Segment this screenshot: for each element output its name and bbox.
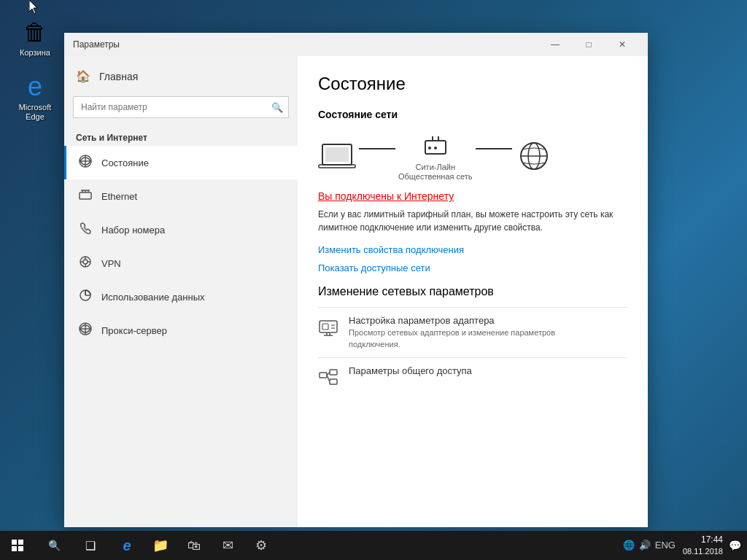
show-networks-link[interactable]: Показать доступные сети xyxy=(318,262,627,273)
home-icon: 🏠 xyxy=(76,69,90,83)
time-display: 17:44 xyxy=(683,534,723,546)
desktop: 🗑 Корзина e Microsoft Edge Параметры — □… xyxy=(0,0,747,560)
router-node: Сити-Лайн Общественная сеть xyxy=(398,131,473,182)
connected-text: Вы подключены к Интернету xyxy=(318,190,627,202)
taskbar-settings-button[interactable]: ⚙ xyxy=(245,531,277,560)
change-settings-section-title: Изменение сетевых параметров xyxy=(318,285,627,298)
svg-rect-37 xyxy=(330,370,337,375)
taskbar-notification-icon[interactable]: 💬 xyxy=(726,540,741,551)
taskbar-lang-label: ENG xyxy=(655,540,676,551)
sidebar-item-dialup[interactable]: Набор номера xyxy=(64,213,298,246)
dialup-nav-icon xyxy=(78,222,93,238)
change-connection-link[interactable]: Изменить свойства подключения xyxy=(318,244,627,255)
window-body: 🏠 Главная 🔍 Сеть и Интернет xyxy=(64,56,648,527)
dialup-nav-label: Набор номера xyxy=(101,225,165,236)
minimize-button[interactable]: — xyxy=(538,33,572,56)
sharing-icon xyxy=(318,367,338,392)
network-line-1 xyxy=(359,148,395,149)
taskbar-right: 🌐 🔊 ENG 17:44 08.11.2018 💬 xyxy=(619,534,747,556)
router-label1: Сити-Лайн Общественная сеть xyxy=(398,163,473,182)
sidebar-item-ethernet[interactable]: Ethernet xyxy=(64,179,298,213)
svg-rect-36 xyxy=(320,373,327,378)
title-bar: Параметры — □ ✕ xyxy=(64,33,648,56)
router-icon xyxy=(422,131,449,160)
svg-line-40 xyxy=(327,376,330,382)
svg-rect-42 xyxy=(18,540,23,545)
svg-rect-19 xyxy=(325,147,349,162)
ethernet-nav-label: Ethernet xyxy=(101,191,137,202)
connected-desc: Если у вас лимитный тарифный план, вы мо… xyxy=(318,208,624,234)
start-button[interactable] xyxy=(0,531,35,560)
taskbar-sys-icons: 🌐 🔊 ENG xyxy=(619,540,680,551)
sharing-settings-item[interactable]: Параметры общего доступа xyxy=(318,357,627,399)
sidebar-item-vpn[interactable]: VPN xyxy=(64,246,298,280)
datausage-nav-icon xyxy=(78,289,93,305)
svg-rect-43 xyxy=(12,546,17,551)
recycle-label: Корзина xyxy=(20,48,50,58)
sidebar-item-datausage[interactable]: Использование данных xyxy=(64,280,298,314)
close-button[interactable]: ✕ xyxy=(605,33,639,56)
adapter-title: Настройка параметров адаптера xyxy=(349,315,604,326)
taskbar-network-icon: 🌐 xyxy=(623,540,635,551)
recycle-bin-icon: 🗑 xyxy=(20,18,50,47)
search-icon: 🔍 xyxy=(271,102,283,113)
network-diagram: Сити-Лайн Общественная сеть xyxy=(318,131,627,182)
ethernet-nav-icon xyxy=(78,188,93,204)
svg-rect-38 xyxy=(330,379,337,384)
page-title: Состояние xyxy=(318,74,627,94)
taskbar-explorer-button[interactable]: 📁 xyxy=(144,531,177,560)
settings-window: Параметры — □ ✕ 🏠 Главная 🔍 Сеть и Интер… xyxy=(64,33,648,527)
taskbar: 🔍 ❑ e 📁 🛍 ✉ ⚙ 🌐 🔊 ENG 17:44 08.11.2018 💬 xyxy=(0,531,747,560)
sidebar-item-proxy[interactable]: Прокси-сервер xyxy=(64,314,298,347)
task-view-button[interactable]: ❑ xyxy=(73,531,108,560)
sidebar-home-button[interactable]: 🏠 Главная xyxy=(64,62,298,90)
edge-icon: e xyxy=(20,72,50,101)
svg-rect-44 xyxy=(18,546,23,551)
datausage-nav-label: Использование данных xyxy=(101,292,205,303)
sharing-title: Параметры общего доступа xyxy=(349,365,472,376)
globe-node xyxy=(515,141,553,171)
mouse-cursor xyxy=(29,0,38,15)
window-controls: — □ ✕ xyxy=(538,33,639,56)
globe-icon xyxy=(515,141,553,171)
proxy-nav-label: Прокси-сервер xyxy=(101,325,167,336)
svg-rect-3 xyxy=(80,192,91,199)
network-status-section-title: Состояние сети xyxy=(318,109,627,120)
sidebar: 🏠 Главная 🔍 Сеть и Интернет xyxy=(64,56,298,527)
taskbar-mail-button[interactable]: ✉ xyxy=(212,531,244,560)
svg-rect-20 xyxy=(319,165,355,168)
sidebar-section-title: Сеть и Интернет xyxy=(64,127,298,146)
svg-rect-30 xyxy=(322,324,328,330)
svg-point-24 xyxy=(428,147,431,149)
status-nav-icon xyxy=(78,155,93,171)
adapter-desc: Просмотр сетевых адаптеров и изменение п… xyxy=(349,327,604,350)
taskbar-left: 🔍 ❑ xyxy=(0,531,108,560)
svg-marker-45 xyxy=(29,0,37,14)
maximize-button[interactable]: □ xyxy=(572,33,605,56)
search-button[interactable]: 🔍 xyxy=(36,531,71,560)
adapter-icon xyxy=(318,316,338,341)
adapter-settings-item[interactable]: Настройка параметров адаптера Просмотр с… xyxy=(318,307,627,357)
network-line-2 xyxy=(476,148,512,149)
desktop-icon-edge[interactable]: e Microsoft Edge xyxy=(9,69,61,125)
svg-point-25 xyxy=(434,147,437,149)
edge-label: Microsoft Edge xyxy=(12,103,58,122)
window-title: Параметры xyxy=(73,39,538,50)
home-label: Главная xyxy=(99,71,138,82)
sidebar-item-status[interactable]: Состояние xyxy=(64,146,298,179)
taskbar-edge-button[interactable]: e xyxy=(111,531,143,560)
status-nav-label: Состояние xyxy=(101,158,149,168)
laptop-icon xyxy=(318,141,356,171)
desktop-icon-recycle[interactable]: 🗑 Корзина xyxy=(9,15,61,61)
vpn-nav-icon xyxy=(78,255,93,271)
sharing-settings-text: Параметры общего доступа xyxy=(349,365,472,378)
search-input[interactable] xyxy=(73,96,289,118)
taskbar-clock[interactable]: 17:44 08.11.2018 xyxy=(683,534,723,556)
taskbar-volume-icon: 🔊 xyxy=(639,540,651,551)
vpn-nav-label: VPN xyxy=(101,258,121,269)
search-container: 🔍 xyxy=(73,96,289,118)
laptop-node xyxy=(318,141,356,171)
proxy-nav-icon xyxy=(78,322,93,338)
taskbar-store-button[interactable]: 🛍 xyxy=(178,531,210,560)
taskbar-pinned-icons: e 📁 🛍 ✉ ⚙ xyxy=(111,531,277,560)
